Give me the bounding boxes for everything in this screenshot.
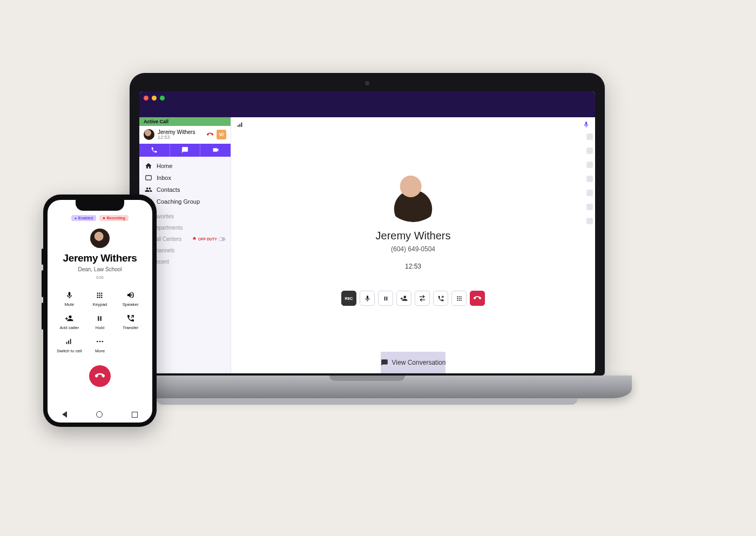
recents-button[interactable]: [132, 412, 138, 418]
android-nav-bar: [48, 406, 152, 423]
call-swap-button[interactable]: [433, 291, 448, 306]
duty-toggle[interactable]: [219, 237, 225, 241]
svg-point-10: [458, 298, 460, 299]
sidebar-item-home[interactable]: Home: [139, 160, 231, 172]
back-button[interactable]: [62, 411, 67, 418]
call-duration: 0:06: [48, 276, 152, 279]
svg-rect-27: [69, 340, 70, 344]
caller-subtitle: Dean, Law School: [48, 266, 152, 272]
svg-rect-25: [100, 316, 102, 321]
speaker-button[interactable]: Speaker: [115, 290, 146, 307]
sidebar-item-inbox[interactable]: Inbox: [139, 172, 231, 184]
close-icon[interactable]: [144, 96, 148, 100]
svg-rect-24: [98, 316, 99, 321]
laptop-device: Active Call Jeremy Withers 12:53 Vi: [130, 73, 605, 419]
svg-point-7: [458, 296, 460, 297]
svg-rect-5: [386, 296, 387, 300]
active-call-row[interactable]: Jeremy Withers 12:53 Vi: [139, 126, 231, 144]
recording-badge: ■ Recording: [99, 215, 129, 221]
svg-point-8: [460, 296, 461, 297]
right-rail: [586, 133, 593, 224]
call-duration: 12:53: [405, 263, 421, 270]
tab-video[interactable]: [200, 144, 231, 157]
main-call-area: Jeremy Withers (604) 649-0504 12:53 REC: [231, 117, 595, 373]
caller-name: Jeremy Withers: [376, 230, 451, 242]
svg-rect-4: [384, 296, 385, 300]
transfer-button[interactable]: [415, 291, 430, 306]
avatar: [90, 229, 110, 248]
svg-point-31: [102, 341, 103, 343]
hold-button[interactable]: [378, 291, 393, 306]
mute-button[interactable]: Mute: [54, 290, 85, 307]
svg-point-14: [460, 299, 461, 300]
svg-point-30: [99, 341, 101, 343]
svg-point-18: [97, 294, 99, 296]
svg-rect-1: [238, 125, 239, 126]
sidebar-item-label: Coaching Group: [157, 198, 200, 205]
mute-button[interactable]: [360, 291, 375, 306]
svg-rect-3: [241, 122, 242, 126]
home-button[interactable]: [96, 411, 103, 418]
svg-point-23: [101, 297, 103, 298]
transfer-button[interactable]: Transfer: [115, 313, 146, 330]
phone-device: ● Enabled ■ Recording Jeremy Withers Dea…: [43, 195, 157, 427]
dialpad-button[interactable]: [451, 291, 467, 306]
svg-rect-28: [70, 339, 71, 344]
svg-point-22: [99, 297, 101, 298]
window-titlebar: [139, 91, 595, 104]
sidebar-item-label: Home: [157, 163, 172, 169]
svg-point-17: [101, 292, 103, 294]
svg-point-20: [101, 294, 103, 296]
hangup-icon[interactable]: [207, 131, 213, 138]
sidebar-item-contacts[interactable]: Contacts: [139, 184, 231, 196]
minimize-icon[interactable]: [152, 96, 157, 100]
caller-badge: Vi: [217, 130, 226, 139]
keypad-button[interactable]: Keypad: [85, 290, 116, 307]
add-person-button[interactable]: [396, 291, 411, 306]
hold-button[interactable]: Hold: [85, 313, 116, 330]
svg-point-6: [457, 296, 458, 297]
desktop-app-window: Active Call Jeremy Withers 12:53 Vi: [139, 91, 595, 373]
off-duty-badge[interactable]: OFF DUTY: [192, 237, 225, 241]
hangup-button[interactable]: [470, 291, 485, 306]
avatar: [144, 129, 154, 140]
sidebar-item-label: Contacts: [157, 186, 180, 193]
svg-point-12: [457, 299, 458, 300]
caller-phone: (604) 649-0504: [391, 245, 435, 253]
tab-chat[interactable]: [170, 144, 200, 157]
maximize-icon[interactable]: [160, 96, 165, 100]
svg-point-9: [457, 298, 458, 299]
svg-point-11: [460, 298, 461, 299]
svg-point-15: [97, 292, 99, 294]
svg-rect-26: [66, 342, 68, 344]
svg-point-21: [97, 297, 99, 298]
active-call-banner: Active Call: [139, 117, 231, 126]
signal-icon: [237, 121, 244, 128]
add-caller-button[interactable]: Add caller: [54, 313, 85, 330]
switch-cell-button[interactable]: Switch to cell: [54, 337, 85, 353]
mic-status-icon[interactable]: [583, 121, 590, 128]
svg-point-13: [458, 299, 460, 300]
sidebar-item-label: Inbox: [157, 175, 171, 181]
tab-phone[interactable]: [139, 144, 170, 157]
more-button[interactable]: More: [85, 337, 116, 353]
svg-point-16: [99, 292, 101, 294]
caller-name: Jeremy Withers: [48, 252, 152, 264]
record-button[interactable]: REC: [341, 291, 356, 306]
caller-duration-mini: 12:53: [158, 135, 204, 140]
view-conversation-button[interactable]: View Conversation: [381, 352, 446, 373]
svg-point-19: [99, 294, 101, 296]
enabled-badge: ● Enabled: [71, 215, 96, 221]
svg-rect-0: [146, 176, 152, 180]
avatar: [383, 163, 443, 222]
svg-rect-2: [239, 124, 240, 126]
hangup-button[interactable]: [89, 365, 111, 387]
svg-point-29: [97, 341, 98, 343]
